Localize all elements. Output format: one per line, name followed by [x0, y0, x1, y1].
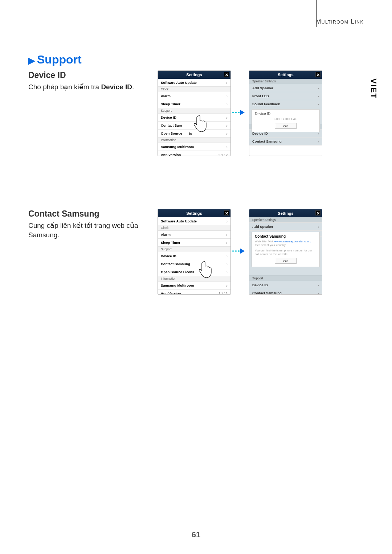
- language-tab: VIET: [369, 78, 378, 99]
- chevron-right-icon: ›: [226, 283, 228, 288]
- app-version-value: 2.1.12: [219, 153, 228, 156]
- row-sleep-timer[interactable]: Sleep Timer›: [158, 239, 230, 247]
- chevron-right-icon: ›: [226, 219, 228, 223]
- row-contact-samsung[interactable]: Contact Samsung›: [249, 289, 322, 295]
- settings-title: Settings: [186, 73, 202, 77]
- label: Alarm: [161, 233, 171, 237]
- popup-link[interactable]: www.samsung.com/function,: [274, 240, 311, 243]
- contact-samsung-section: Contact Samsung Cung cấp liên kết tới tr…: [28, 209, 148, 239]
- label: Sleep Timer: [161, 102, 180, 106]
- label: Device ID: [161, 254, 176, 258]
- label: Information: [161, 277, 176, 280]
- row-alarm[interactable]: Alarm›: [158, 92, 230, 100]
- settings-screen-contact-popup: Settings ✕ Speaker Settings Add Speaker›…: [249, 209, 322, 295]
- row-sound-feedback[interactable]: Sound Feedback›: [249, 100, 322, 108]
- settings-screen-device-id: Settings ✕ Software Auto Update› Clock A…: [158, 70, 231, 156]
- settings-title: Settings: [186, 211, 202, 216]
- row-device-id[interactable]: Device ID›: [158, 114, 230, 122]
- row-device-id[interactable]: Device ID›: [158, 252, 230, 260]
- chevron-right-icon: ›: [226, 81, 228, 85]
- row-contact-samsung[interactable]: Contact Sam›: [158, 122, 230, 130]
- chevron-right-icon: ›: [318, 94, 319, 98]
- row-open-source[interactable]: Open Source ts›: [158, 130, 230, 138]
- row-support-header: Support: [158, 108, 230, 114]
- row-contact-samsung[interactable]: Contact Samsung›: [158, 260, 230, 268]
- row-app-version: App Version2.1.12: [158, 290, 230, 295]
- label: Support: [252, 276, 263, 280]
- chevron-right-icon: ›: [318, 86, 319, 90]
- row-samsung-multiroom[interactable]: Samsung Multiroom›: [158, 282, 230, 290]
- chevron-right-icon: ›: [226, 145, 228, 149]
- label: Alarm: [161, 94, 171, 98]
- settings-header: Settings ✕: [249, 71, 322, 79]
- chevron-right-icon: ›: [226, 270, 228, 274]
- close-icon[interactable]: ✕: [315, 210, 320, 216]
- header-rule: [28, 27, 370, 27]
- close-icon[interactable]: ✕: [224, 210, 229, 216]
- settings-title: Settings: [278, 211, 293, 216]
- row-info-header: Information: [158, 276, 230, 282]
- label: Open Source: [161, 131, 182, 135]
- chevron-right-icon: ›: [318, 291, 319, 295]
- support-heading: ▶Support: [28, 53, 82, 66]
- close-icon[interactable]: ✕: [224, 72, 229, 77]
- label: Speaker Settings: [252, 79, 276, 83]
- support-heading-text: Support: [37, 53, 82, 66]
- chevron-right-icon: ›: [318, 139, 319, 144]
- settings-header: Settings ✕: [158, 209, 230, 217]
- row-samsung-multiroom[interactable]: Samsung Multiroom›: [158, 143, 230, 151]
- label: Support: [161, 109, 172, 112]
- chevron-right-icon: ›: [226, 233, 228, 237]
- device-id-section: Device ID Cho phép bạn kiểm tra Device I…: [28, 70, 148, 92]
- label: Clock: [161, 87, 168, 91]
- row-support-header: Support: [249, 276, 322, 281]
- popup-callcenter-text: You can find the latest phone number for…: [255, 249, 317, 257]
- label: Contact Samsung: [252, 291, 282, 295]
- row-contact-samsung[interactable]: Contact Samsung›: [249, 138, 322, 145]
- row-open-source[interactable]: Open Source Licens›: [158, 268, 230, 276]
- row-support-header: Support: [158, 247, 230, 252]
- label: Device ID: [252, 283, 268, 287]
- contact-samsung-desc: Cung cấp liên kết tới trang web của Sams…: [28, 221, 148, 239]
- row-device-id[interactable]: Device ID›: [249, 281, 322, 289]
- page-number: 61: [0, 530, 392, 539]
- chevron-right-icon: ›: [226, 241, 228, 245]
- settings-screen-device-id-popup: Settings ✕ Speaker Settings Add Speaker›…: [249, 70, 322, 156]
- settings-screen-contact-samsung: Settings ✕ Software Auto Update› Clock A…: [158, 209, 231, 295]
- label: Add Speaker: [252, 86, 273, 90]
- row-add-speaker[interactable]: Add Speaker›: [249, 223, 322, 231]
- chevron-right-icon: ›: [318, 102, 319, 106]
- label: Device ID: [161, 115, 176, 119]
- row-speaker-header: Speaker Settings: [249, 79, 322, 84]
- row-alarm[interactable]: Alarm›: [158, 231, 230, 239]
- row-add-speaker[interactable]: Add Speaker›: [249, 84, 322, 92]
- row-software-update[interactable]: Software Auto Update›: [158, 79, 230, 87]
- device-id-popup: Device ID 5096BFIICEF4F OK: [252, 109, 320, 132]
- row-sleep-timer[interactable]: Sleep Timer›: [158, 100, 230, 108]
- device-id-desc-pre: Cho phép bạn kiểm tra: [28, 83, 101, 91]
- label: Front LED: [252, 94, 269, 98]
- settings-header: Settings ✕: [158, 71, 230, 79]
- contact-samsung-popup: Contact Samsung Web Site: Visit www.sams…: [252, 232, 320, 267]
- app-version-value: 2.1.12: [219, 292, 228, 295]
- device-id-title: Device ID: [28, 70, 148, 80]
- label: Contact Sam: [161, 123, 182, 127]
- close-icon[interactable]: ✕: [315, 72, 320, 77]
- ok-button[interactable]: OK: [275, 123, 297, 129]
- chevron-right-icon: ›: [318, 225, 319, 229]
- popup-device-id-value: 5096BFIICEF4F: [255, 117, 317, 121]
- popup-title: Device ID: [255, 112, 317, 116]
- row-front-led[interactable]: Front LED›: [249, 92, 322, 100]
- chevron-right-icon: ›: [318, 283, 319, 287]
- row-speaker-header: Speaker Settings: [249, 217, 322, 223]
- label: Open Source Licens: [161, 270, 194, 274]
- popup-website-text: Web Site: Visit www.samsung.com/function…: [255, 240, 317, 247]
- chevron-right-icon: ›: [226, 254, 228, 258]
- row-software-update[interactable]: Software Auto Update›: [158, 217, 230, 225]
- row-info-header: Information: [158, 138, 230, 143]
- device-id-desc: Cho phép bạn kiểm tra Device ID.: [28, 82, 148, 92]
- chevron-right-icon: ›: [226, 131, 228, 136]
- ok-button[interactable]: OK: [275, 258, 297, 264]
- breadcrumb: Multiroom Link: [316, 18, 364, 25]
- settings-title: Settings: [278, 73, 293, 77]
